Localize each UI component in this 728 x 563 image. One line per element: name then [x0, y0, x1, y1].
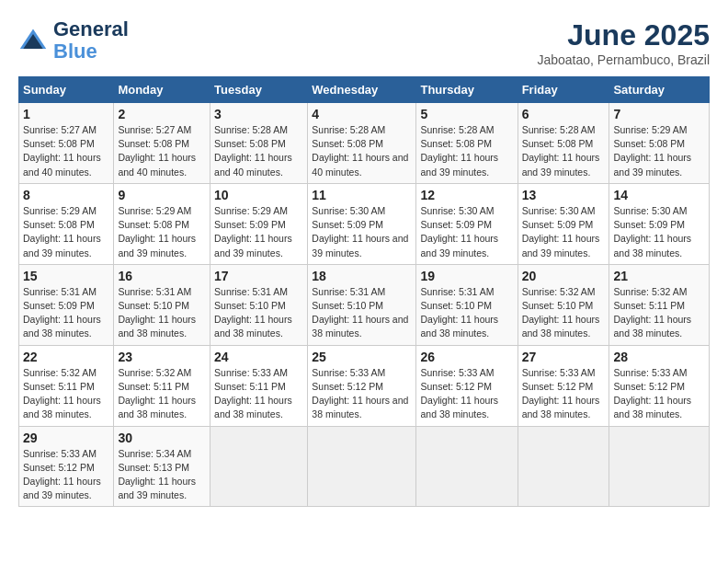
day-cell	[609, 426, 710, 507]
day-number: 9	[118, 188, 206, 202]
day-cell: 28Sunrise: 5:33 AM Sunset: 5:12 PM Dayli…	[609, 345, 710, 426]
day-number: 19	[420, 269, 513, 283]
day-cell: 17Sunrise: 5:31 AM Sunset: 5:10 PM Dayli…	[210, 264, 308, 345]
day-number: 26	[420, 350, 513, 364]
title-area: June 2025 Jaboatao, Pernambuco, Brazil	[537, 18, 710, 67]
day-cell	[416, 426, 518, 507]
header-cell-thursday: Thursday	[416, 77, 518, 103]
day-info: Sunrise: 5:29 AM Sunset: 5:08 PM Dayligh…	[118, 204, 206, 260]
day-number: 18	[312, 269, 412, 283]
day-info: Sunrise: 5:31 AM Sunset: 5:09 PM Dayligh…	[23, 285, 109, 341]
calendar-table: SundayMondayTuesdayWednesdayThursdayFrid…	[18, 76, 710, 507]
day-info: Sunrise: 5:32 AM Sunset: 5:11 PM Dayligh…	[613, 285, 705, 341]
day-info: Sunrise: 5:33 AM Sunset: 5:12 PM Dayligh…	[23, 447, 109, 503]
day-cell	[518, 426, 609, 507]
header-cell-tuesday: Tuesday	[210, 77, 308, 103]
week-row-1: 1Sunrise: 5:27 AM Sunset: 5:08 PM Daylig…	[19, 103, 710, 184]
header-cell-sunday: Sunday	[19, 77, 114, 103]
day-number: 16	[118, 269, 206, 283]
day-number: 27	[522, 350, 606, 364]
day-number: 2	[118, 107, 206, 121]
header-cell-wednesday: Wednesday	[308, 77, 416, 103]
day-cell: 1Sunrise: 5:27 AM Sunset: 5:08 PM Daylig…	[19, 103, 114, 184]
day-cell: 16Sunrise: 5:31 AM Sunset: 5:10 PM Dayli…	[114, 264, 210, 345]
day-info: Sunrise: 5:32 AM Sunset: 5:11 PM Dayligh…	[23, 366, 109, 422]
day-info: Sunrise: 5:27 AM Sunset: 5:08 PM Dayligh…	[23, 123, 109, 179]
day-number: 25	[312, 350, 412, 364]
logo-text: General Blue	[53, 18, 129, 63]
day-info: Sunrise: 5:33 AM Sunset: 5:12 PM Dayligh…	[420, 366, 513, 422]
day-cell: 15Sunrise: 5:31 AM Sunset: 5:09 PM Dayli…	[19, 264, 114, 345]
day-cell: 9Sunrise: 5:29 AM Sunset: 5:08 PM Daylig…	[114, 183, 210, 264]
header-cell-saturday: Saturday	[609, 77, 710, 103]
day-number: 20	[522, 269, 606, 283]
day-cell: 30Sunrise: 5:34 AM Sunset: 5:13 PM Dayli…	[114, 426, 210, 507]
day-cell: 23Sunrise: 5:32 AM Sunset: 5:11 PM Dayli…	[114, 345, 210, 426]
day-info: Sunrise: 5:28 AM Sunset: 5:08 PM Dayligh…	[312, 123, 412, 179]
day-cell: 14Sunrise: 5:30 AM Sunset: 5:09 PM Dayli…	[609, 183, 710, 264]
day-info: Sunrise: 5:33 AM Sunset: 5:11 PM Dayligh…	[214, 366, 303, 422]
day-info: Sunrise: 5:28 AM Sunset: 5:08 PM Dayligh…	[214, 123, 303, 179]
logo: General Blue	[18, 18, 129, 63]
day-cell: 3Sunrise: 5:28 AM Sunset: 5:08 PM Daylig…	[210, 103, 308, 184]
day-cell: 11Sunrise: 5:30 AM Sunset: 5:09 PM Dayli…	[308, 183, 416, 264]
day-number: 17	[214, 269, 303, 283]
day-number: 22	[23, 350, 109, 364]
main-title: June 2025	[537, 18, 710, 52]
day-info: Sunrise: 5:31 AM Sunset: 5:10 PM Dayligh…	[420, 285, 513, 341]
day-number: 10	[214, 188, 303, 202]
day-number: 8	[23, 188, 109, 202]
day-number: 7	[613, 107, 705, 121]
day-info: Sunrise: 5:31 AM Sunset: 5:10 PM Dayligh…	[214, 285, 303, 341]
day-number: 6	[522, 107, 606, 121]
day-cell: 26Sunrise: 5:33 AM Sunset: 5:12 PM Dayli…	[416, 345, 518, 426]
day-info: Sunrise: 5:28 AM Sunset: 5:08 PM Dayligh…	[522, 123, 606, 179]
day-info: Sunrise: 5:33 AM Sunset: 5:12 PM Dayligh…	[312, 366, 412, 422]
day-info: Sunrise: 5:29 AM Sunset: 5:08 PM Dayligh…	[23, 204, 109, 260]
header-cell-monday: Monday	[114, 77, 210, 103]
header-row: SundayMondayTuesdayWednesdayThursdayFrid…	[19, 77, 710, 103]
header: General Blue June 2025 Jaboatao, Pernamb…	[18, 18, 710, 67]
day-info: Sunrise: 5:34 AM Sunset: 5:13 PM Dayligh…	[118, 447, 206, 503]
day-cell: 13Sunrise: 5:30 AM Sunset: 5:09 PM Dayli…	[518, 183, 609, 264]
day-cell: 25Sunrise: 5:33 AM Sunset: 5:12 PM Dayli…	[308, 345, 416, 426]
day-cell: 18Sunrise: 5:31 AM Sunset: 5:10 PM Dayli…	[308, 264, 416, 345]
day-cell: 29Sunrise: 5:33 AM Sunset: 5:12 PM Dayli…	[19, 426, 114, 507]
day-number: 11	[312, 188, 412, 202]
subtitle: Jaboatao, Pernambuco, Brazil	[537, 52, 710, 67]
week-row-5: 29Sunrise: 5:33 AM Sunset: 5:12 PM Dayli…	[19, 426, 710, 507]
day-info: Sunrise: 5:29 AM Sunset: 5:08 PM Dayligh…	[613, 123, 705, 179]
week-row-3: 15Sunrise: 5:31 AM Sunset: 5:09 PM Dayli…	[19, 264, 710, 345]
day-info: Sunrise: 5:32 AM Sunset: 5:11 PM Dayligh…	[118, 366, 206, 422]
day-cell: 20Sunrise: 5:32 AM Sunset: 5:10 PM Dayli…	[518, 264, 609, 345]
day-cell: 24Sunrise: 5:33 AM Sunset: 5:11 PM Dayli…	[210, 345, 308, 426]
week-row-2: 8Sunrise: 5:29 AM Sunset: 5:08 PM Daylig…	[19, 183, 710, 264]
day-info: Sunrise: 5:31 AM Sunset: 5:10 PM Dayligh…	[118, 285, 206, 341]
logo-icon	[18, 26, 48, 55]
day-cell: 8Sunrise: 5:29 AM Sunset: 5:08 PM Daylig…	[19, 183, 114, 264]
day-cell: 19Sunrise: 5:31 AM Sunset: 5:10 PM Dayli…	[416, 264, 518, 345]
day-info: Sunrise: 5:30 AM Sunset: 5:09 PM Dayligh…	[312, 204, 412, 260]
day-info: Sunrise: 5:27 AM Sunset: 5:08 PM Dayligh…	[118, 123, 206, 179]
day-cell: 22Sunrise: 5:32 AM Sunset: 5:11 PM Dayli…	[19, 345, 114, 426]
day-number: 30	[118, 431, 206, 445]
day-cell: 27Sunrise: 5:33 AM Sunset: 5:12 PM Dayli…	[518, 345, 609, 426]
day-cell: 5Sunrise: 5:28 AM Sunset: 5:08 PM Daylig…	[416, 103, 518, 184]
day-cell	[210, 426, 308, 507]
day-cell: 21Sunrise: 5:32 AM Sunset: 5:11 PM Dayli…	[609, 264, 710, 345]
week-row-4: 22Sunrise: 5:32 AM Sunset: 5:11 PM Dayli…	[19, 345, 710, 426]
day-cell: 10Sunrise: 5:29 AM Sunset: 5:09 PM Dayli…	[210, 183, 308, 264]
day-cell: 2Sunrise: 5:27 AM Sunset: 5:08 PM Daylig…	[114, 103, 210, 184]
header-cell-friday: Friday	[518, 77, 609, 103]
day-info: Sunrise: 5:29 AM Sunset: 5:09 PM Dayligh…	[214, 204, 303, 260]
day-number: 24	[214, 350, 303, 364]
day-number: 15	[23, 269, 109, 283]
day-number: 23	[118, 350, 206, 364]
day-info: Sunrise: 5:30 AM Sunset: 5:09 PM Dayligh…	[613, 204, 705, 260]
day-cell: 12Sunrise: 5:30 AM Sunset: 5:09 PM Dayli…	[416, 183, 518, 264]
day-number: 21	[613, 269, 705, 283]
day-info: Sunrise: 5:33 AM Sunset: 5:12 PM Dayligh…	[522, 366, 606, 422]
day-info: Sunrise: 5:32 AM Sunset: 5:10 PM Dayligh…	[522, 285, 606, 341]
day-number: 13	[522, 188, 606, 202]
day-cell: 4Sunrise: 5:28 AM Sunset: 5:08 PM Daylig…	[308, 103, 416, 184]
